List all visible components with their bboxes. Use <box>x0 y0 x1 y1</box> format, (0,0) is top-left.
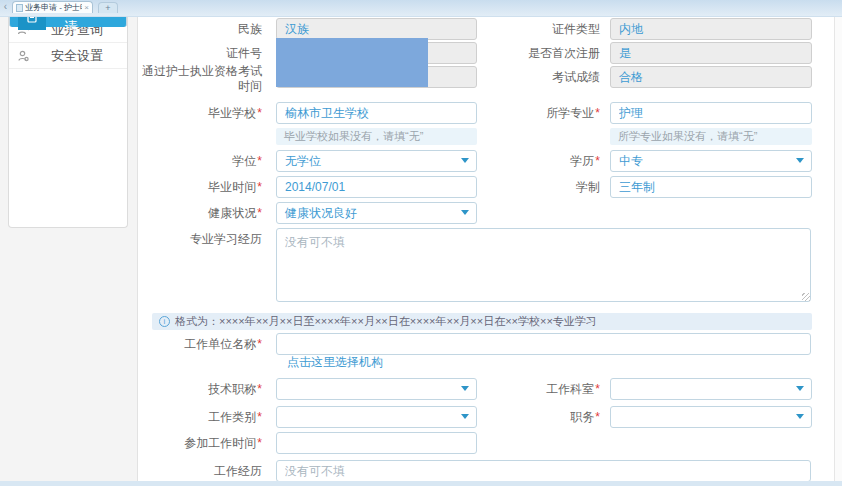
chevron-down-icon <box>461 210 469 215</box>
sidebar-item-label: 业务申请 <box>46 17 106 37</box>
chevron-down-icon <box>796 414 804 419</box>
exam-result-field: 合格 <box>610 66 812 88</box>
work-category-label: 工作类别* <box>140 410 262 425</box>
major-hint: 所学专业如果没有，请填“无” <box>610 128 812 145</box>
resize-handle[interactable] <box>802 293 810 301</box>
education-select[interactable]: 中专 <box>610 150 812 172</box>
work-dept-select[interactable] <box>610 378 812 400</box>
work-unit-input[interactable] <box>276 333 811 355</box>
tech-title-label: 技术职称* <box>140 382 262 397</box>
grad-date-label: 毕业时间* <box>140 180 262 195</box>
sidebar-item-business-apply[interactable]: 业务申请 <box>9 17 127 27</box>
choose-org-link[interactable]: 点击这里选择机构 <box>287 354 383 371</box>
work-dept-label: 工作科室* <box>478 382 600 397</box>
exam-result-label: 考试成绩 <box>478 70 600 85</box>
exam-time-label: 通过护士执业资格考试时间 <box>140 64 262 94</box>
chevron-down-icon <box>461 386 469 391</box>
health-select[interactable]: 健康状况良好 <box>276 202 477 224</box>
education-label: 学历* <box>478 154 600 169</box>
tab-favicon <box>16 4 23 12</box>
chevron-down-icon <box>461 414 469 419</box>
redaction-overlay <box>276 38 428 87</box>
person-icon <box>9 43 37 69</box>
work-start-input[interactable] <box>276 432 477 454</box>
format-tip-text: 格式为：××××年××月××日至××××年××月××日在××××年××月××日在… <box>175 313 597 330</box>
info-icon: i <box>159 316 170 327</box>
grad-school-label: 毕业学校* <box>140 106 262 121</box>
cert-type-label: 证件类型 <box>478 22 600 37</box>
health-label: 健康状况* <box>140 206 262 221</box>
sidebar-item-label: 安全设置 <box>37 47 127 65</box>
sidebar: 业务申请 业务查询 安全设置 <box>8 17 128 228</box>
degree-label: 学位* <box>140 154 262 169</box>
chevron-down-icon <box>796 158 804 163</box>
duty-label: 职务* <box>478 410 600 425</box>
degree-select[interactable]: 无学位 <box>276 150 477 172</box>
nationality-label: 民族 <box>140 22 262 37</box>
format-tip-bar: i 格式为：××××年××月××日至××××年××月××日在××××年××月××… <box>152 313 812 330</box>
cert-type-field: 内地 <box>610 18 812 40</box>
tab-title: 业务申请 - 护士电子化注 <box>25 2 82 13</box>
tab-scroll-left-icon[interactable]: ‹ <box>1 1 10 12</box>
vertical-scrollbar[interactable] <box>834 17 842 486</box>
bottom-edge-strip <box>0 481 842 486</box>
work-category-select[interactable] <box>276 406 477 428</box>
chevron-down-icon <box>796 386 804 391</box>
first-reg-label: 是否首次注册 <box>478 46 600 61</box>
work-exp-label: 工作经历 <box>140 464 262 479</box>
school-system-label: 学制 <box>478 180 600 195</box>
chevron-down-icon <box>461 158 469 163</box>
duty-select[interactable] <box>610 406 812 428</box>
first-reg-field: 是 <box>610 42 812 64</box>
active-tab[interactable]: 业务申请 - 护士电子化注 × <box>12 1 93 13</box>
work-start-label: 参加工作时间* <box>140 436 262 451</box>
sidebar-item-security-settings[interactable]: 安全设置 <box>9 43 127 69</box>
browser-tab-bar: ‹ 业务申请 - 护士电子化注 × + <box>0 0 842 17</box>
cert-no-label: 证件号 <box>140 46 262 61</box>
school-system-input[interactable] <box>610 176 812 198</box>
grad-school-input[interactable] <box>276 102 477 124</box>
new-tab-button[interactable]: + <box>98 2 118 13</box>
study-exp-label: 专业学习经历 <box>140 232 262 247</box>
major-input[interactable] <box>610 102 812 124</box>
nationality-field: 汉族 <box>276 18 477 40</box>
work-unit-label: 工作单位名称* <box>140 337 262 352</box>
work-exp-input[interactable] <box>276 460 811 482</box>
form-icon <box>18 17 46 30</box>
grad-school-hint: 毕业学校如果没有，请填“无” <box>276 128 477 145</box>
study-exp-textarea[interactable] <box>276 228 811 302</box>
tech-title-select[interactable] <box>276 378 477 400</box>
tab-close-icon[interactable]: × <box>84 4 89 12</box>
grad-date-input[interactable] <box>276 176 477 198</box>
major-label: 所学专业* <box>478 106 600 121</box>
left-rail: 业务申请 业务查询 安全设置 <box>0 17 138 486</box>
